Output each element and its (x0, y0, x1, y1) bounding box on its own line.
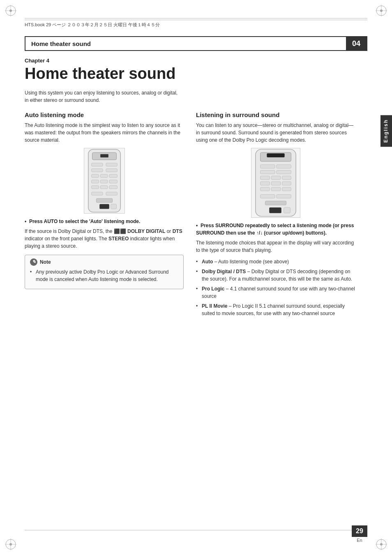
svg-rect-18 (100, 154, 108, 157)
svg-rect-41 (276, 165, 291, 168)
svg-rect-44 (260, 176, 270, 180)
svg-rect-57 (284, 207, 290, 213)
left-column: Auto listening mode The Auto listening m… (25, 111, 184, 320)
mode-term-prologic: Pro Logic (202, 286, 224, 292)
mode-term-auto: Auto (202, 259, 213, 265)
svg-rect-50 (260, 187, 270, 191)
svg-rect-43 (276, 170, 291, 174)
chapter-heading: Home theater sound (25, 65, 355, 83)
page-lang: En (357, 538, 362, 543)
svg-rect-36 (111, 204, 116, 209)
note-header: ✎ Note (30, 258, 178, 266)
surround-detail: The listening mode choices that appear i… (196, 239, 355, 254)
mode-item-auto: Auto – Auto listening mode (see above) (196, 258, 355, 265)
note-list: Any previously active Dolby Pro Logic or… (30, 268, 178, 283)
mode-item-dolby: Dolby Digital / DTS – Dolby Digital or D… (196, 268, 355, 283)
mode-desc-prologic: – 4.1 channel surround sound for use wit… (202, 286, 355, 299)
svg-rect-27 (100, 180, 108, 183)
mode-term-dolby: Dolby Digital / DTS (202, 269, 246, 274)
file-info: HTS.book 29 ページ ２００３年２月２５日 火曜日 午後１時４５分 (25, 22, 160, 28)
mode-item-plii: PL II Movie – Pro Logic II 5.1 channel s… (196, 302, 355, 317)
svg-rect-55 (265, 201, 286, 205)
press-auto-instruction: • Press AUTO to select the 'Auto' listen… (25, 218, 184, 225)
svg-rect-20 (106, 163, 117, 166)
bottom-divider (25, 530, 367, 530)
svg-rect-35 (99, 204, 109, 209)
auto-listening-detail: If the source is Dolby Digital or DTS, t… (25, 228, 184, 250)
note-icon: ✎ (30, 258, 37, 266)
svg-rect-48 (271, 182, 281, 185)
right-column: Listening in surround sound You can list… (196, 111, 355, 320)
surround-intro: You can listen to any source—stereo or m… (196, 122, 355, 144)
svg-rect-21 (91, 168, 102, 172)
svg-rect-29 (91, 186, 99, 189)
top-divider (25, 18, 367, 18)
press-surround-instruction: • Press SURROUND repeatedly to select a … (196, 222, 355, 237)
header-bar: Home theater sound 04 (25, 36, 367, 51)
page-number-area: 29 En (352, 525, 367, 543)
svg-rect-52 (282, 187, 291, 191)
mode-term-plii: PL II Movie (202, 303, 227, 309)
corner-mark-tl (3, 3, 18, 18)
surround-mode-list: Auto – Auto listening mode (see above) D… (196, 258, 355, 317)
auto-listening-heading: Auto listening mode (25, 111, 184, 118)
svg-rect-51 (271, 187, 281, 191)
svg-rect-30 (100, 186, 108, 189)
note-box: ✎ Note Any previously active Dolby Pro L… (25, 255, 184, 289)
svg-rect-34 (96, 198, 112, 203)
chapter-label: Chapter 4 (25, 58, 355, 64)
svg-rect-28 (109, 180, 117, 183)
svg-rect-45 (271, 176, 281, 180)
top-meta-bar: HTS.book 29 ページ ２００３年２月２５日 火曜日 午後１時４５分 (25, 20, 367, 28)
surround-heading: Listening in surround sound (196, 111, 355, 118)
note-label: Note (40, 259, 51, 265)
svg-rect-32 (91, 192, 102, 195)
svg-rect-47 (260, 182, 270, 185)
two-column-layout: Auto listening mode The Auto listening m… (25, 111, 355, 320)
svg-rect-46 (282, 176, 291, 180)
auto-listening-desc: The Auto listening mode is the simplest … (25, 122, 184, 144)
svg-rect-42 (260, 170, 274, 174)
chapter-badge: 04 (346, 36, 367, 51)
corner-mark-bl (3, 537, 18, 552)
svg-rect-31 (109, 186, 117, 189)
svg-rect-22 (106, 168, 117, 172)
svg-rect-33 (106, 192, 117, 195)
english-tab: English (380, 115, 392, 147)
svg-rect-24 (100, 174, 108, 177)
mode-desc-auto: – Auto listening mode (see above) (214, 259, 289, 265)
svg-rect-26 (91, 180, 99, 183)
remote-image-right (251, 148, 300, 218)
corner-mark-tr (374, 3, 389, 18)
note-item: Any previously active Dolby Pro Logic or… (30, 268, 178, 283)
page-number: 29 (352, 525, 367, 537)
svg-rect-39 (267, 153, 284, 157)
svg-rect-25 (109, 174, 117, 177)
svg-rect-19 (91, 163, 102, 166)
svg-rect-54 (276, 194, 291, 198)
header-title: Home theater sound (31, 40, 91, 47)
svg-rect-53 (260, 194, 274, 198)
svg-rect-56 (269, 207, 281, 213)
svg-rect-40 (260, 165, 274, 168)
content-area: Chapter 4 Home theater sound Using this … (25, 58, 355, 522)
remote-image-left (84, 148, 125, 214)
mode-item-prologic: Pro Logic – 4.1 channel surround sound f… (196, 285, 355, 300)
svg-rect-23 (91, 174, 99, 177)
chapter-intro: Using this system you can enjoy listenin… (25, 89, 181, 104)
corner-mark-br (374, 537, 389, 552)
svg-rect-49 (282, 182, 291, 185)
